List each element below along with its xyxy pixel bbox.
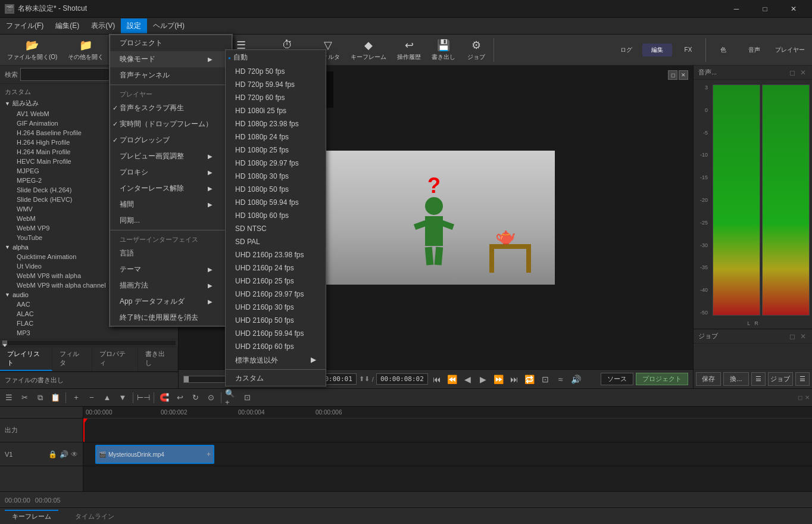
open-other-button[interactable]: 📁 その他を開く: [63, 36, 108, 64]
mode-hd1080i25[interactable]: HD 1080i 25 fps: [226, 104, 326, 117]
loop-button[interactable]: 🔁: [523, 373, 536, 386]
audio-expand-btn[interactable]: ◻: [788, 68, 797, 77]
scroll-down-btn[interactable]: ▾: [2, 341, 7, 345]
mode-hd1080p25[interactable]: HD 1080p 25 fps: [226, 144, 326, 157]
menu-preview-quality[interactable]: プレビュー画質調整 ▶: [110, 148, 232, 164]
mode-uhd2160p25[interactable]: UHD 2160p 25 fps: [226, 275, 326, 288]
mode-custom[interactable]: カスタム: [226, 371, 326, 386]
mode-uhd2160p2997[interactable]: UHD 2160p 29.97 fps: [226, 288, 326, 301]
tl-close-btn[interactable]: ✕: [805, 394, 810, 401]
tl-down-btn[interactable]: ▼: [116, 391, 129, 404]
play-button[interactable]: ▶: [477, 373, 490, 386]
output-button[interactable]: 💾 書き出し: [427, 36, 460, 64]
audio-close-btn[interactable]: ✕: [799, 68, 807, 77]
open-file-button[interactable]: 📂 ファイルを開く(O): [2, 36, 62, 64]
mode-hd720p50[interactable]: HD 720p 50 fps: [226, 65, 326, 78]
mode-hd720p5994[interactable]: HD 720p 59.94 fps: [226, 78, 326, 91]
color-button[interactable]: 色: [708, 43, 738, 57]
volume-button[interactable]: 🔊: [570, 373, 583, 386]
mode-uhd2160p2398[interactable]: UHD 2160p 23.98 fps: [226, 248, 326, 261]
clip-add-btn[interactable]: +: [207, 450, 211, 458]
mode-auto[interactable]: 自動: [226, 50, 326, 65]
tl-copy-btn[interactable]: ⧉: [33, 391, 46, 404]
jobs-menu-btn[interactable]: ☰: [751, 372, 766, 386]
minimize-button[interactable]: ─: [723, 0, 750, 18]
mode-hd1080p5994[interactable]: HD 1080p 59.94 fps: [226, 196, 326, 209]
maximize-button[interactable]: □: [751, 0, 779, 18]
tab-export[interactable]: 書き出し: [138, 347, 178, 371]
menu-display-method[interactable]: 描画方法 ▶: [110, 277, 232, 294]
jobs-button[interactable]: ⚙ ジョブ: [461, 36, 491, 64]
v1-eye-icon[interactable]: 👁: [71, 450, 78, 458]
tl-add-btn[interactable]: +: [70, 391, 83, 404]
menu-video-mode[interactable]: 映像モード ▶: [110, 51, 232, 67]
snap-button[interactable]: ⊡: [539, 373, 552, 386]
mode-hd1080p30[interactable]: HD 1080p 30 fps: [226, 170, 326, 183]
mode-uhd2160p30[interactable]: UHD 2160p 30 fps: [226, 301, 326, 314]
menu-proxy[interactable]: プロキシ ▶: [110, 164, 232, 180]
mode-uhd2160p5994[interactable]: UHD 2160p 59.94 fps: [226, 327, 326, 340]
skip-end-button[interactable]: ⏭: [508, 373, 521, 386]
v1-lock-icon[interactable]: 🔒: [48, 450, 57, 458]
audio-tab-button[interactable]: 音声: [739, 43, 769, 57]
fx-button[interactable]: FX: [673, 44, 703, 55]
tl-zoom-fit-btn[interactable]: ⊡: [241, 391, 254, 404]
menu-file[interactable]: ファイル(F): [0, 18, 49, 33]
play-back-button[interactable]: ◀: [461, 373, 474, 386]
mode-hd720p60[interactable]: HD 720p 60 fps: [226, 91, 326, 104]
keyframe-button[interactable]: ◆ キーフレーム: [346, 36, 391, 64]
tree-item-mp3[interactable]: MP3: [0, 328, 178, 338]
tl-split-btn[interactable]: ⊢⊣: [137, 391, 150, 404]
menu-settings[interactable]: 設定: [121, 18, 147, 33]
mode-hd1080p2398[interactable]: HD 1080p 23.98 fps: [226, 117, 326, 130]
tl-cut-btn[interactable]: ✂: [18, 391, 31, 404]
tl-redo-btn[interactable]: ↻: [189, 391, 202, 404]
menu-view[interactable]: 表示(V): [85, 18, 121, 33]
tl-loop-btn[interactable]: ⊙: [204, 391, 217, 404]
jobs-menu2-btn[interactable]: ☰: [795, 372, 810, 386]
menu-scrub[interactable]: ✓ 音声をスクラブ再生: [110, 100, 232, 116]
menu-theme[interactable]: テーマ ▶: [110, 261, 232, 277]
menu-project[interactable]: プロジェクト: [110, 35, 232, 51]
mode-sdntsc[interactable]: SD NTSC: [226, 222, 326, 235]
video-clip[interactable]: 🎬 MysteriousDrink.mp4 +: [95, 445, 214, 464]
mode-hd1080p24[interactable]: HD 1080p 24 fps: [226, 130, 326, 144]
jobs-close-btn[interactable]: ✕: [799, 332, 807, 341]
tl-zoom-in-btn[interactable]: 🔍+: [225, 391, 238, 404]
menu-realtime[interactable]: ✓ 実時間（ドロップフレーム）: [110, 116, 232, 132]
save-button[interactable]: 保存: [696, 372, 721, 386]
player-close-btn[interactable]: ✕: [679, 70, 688, 80]
menu-deinterlace[interactable]: インターレース解除 ▶: [110, 180, 232, 196]
edit-tab-button[interactable]: 編集: [642, 43, 672, 57]
menu-language[interactable]: 言語: [110, 245, 232, 261]
mode-hd1080p2997[interactable]: HD 1080p 29.97 fps: [226, 157, 326, 170]
status-tab-timeline[interactable]: タイムライン: [68, 510, 121, 522]
tl-up-btn[interactable]: ▲: [101, 391, 114, 404]
menu-app-data[interactable]: App データフォルダ ▶: [110, 294, 232, 310]
menu-interpolation[interactable]: 補間 ▶: [110, 196, 232, 213]
status-tab-keyframe[interactable]: キーフレーム: [5, 510, 58, 522]
tl-menu-btn[interactable]: ☰: [2, 391, 15, 404]
project-button[interactable]: プロジェクト: [636, 373, 688, 385]
jobs-btn[interactable]: ジョブ: [768, 372, 793, 386]
mode-uhd2160p60[interactable]: UHD 2160p 60 fps: [226, 340, 326, 353]
tl-remove-btn[interactable]: −: [85, 391, 98, 404]
source-button[interactable]: ソース: [601, 373, 633, 385]
log-button[interactable]: ログ: [611, 43, 641, 57]
tab-playlist[interactable]: プレイリスト: [0, 347, 52, 371]
mode-uhd2160p50[interactable]: UHD 2160p 50 fps: [226, 314, 326, 327]
menu-clear-history[interactable]: 終了時に使用履歴を消去: [110, 310, 232, 326]
tab-properties[interactable]: プロパティ: [92, 347, 138, 371]
menu-edit[interactable]: 編集(E): [49, 18, 85, 33]
mode-uhd2160p24[interactable]: UHD 2160p 24 fps: [226, 261, 326, 275]
menu-help[interactable]: ヘルプ(H): [147, 18, 190, 33]
prev-frame-button[interactable]: ⏪: [446, 373, 459, 386]
tl-paste-btn[interactable]: 📋: [49, 391, 62, 404]
tl-undo-btn[interactable]: ↩: [173, 391, 186, 404]
tl-snap-btn[interactable]: 🧲: [158, 391, 171, 404]
menu-sync[interactable]: 同期...: [110, 213, 232, 229]
menu-audio-channel[interactable]: 音声チャンネル: [110, 67, 232, 83]
player-tab-button[interactable]: プレイヤー: [770, 43, 810, 57]
tl-expand-btn[interactable]: ◻: [798, 394, 802, 401]
mode-hd1080p50[interactable]: HD 1080p 50 fps: [226, 183, 326, 196]
